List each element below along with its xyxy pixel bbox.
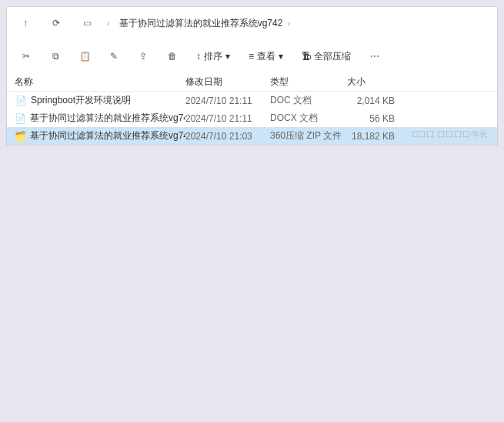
file-type: DOCX 文档 (270, 112, 347, 125)
table-row[interactable]: 📄Springboot开发环境说明2024/7/10 21:11DOC 文档2,… (7, 92, 497, 109)
col-size[interactable]: 大小 (347, 75, 497, 89)
file-size: 56 KB (347, 113, 409, 124)
file-name: 基于协同过滤算法的就业推荐系统vg742 (30, 112, 185, 125)
delete-icon[interactable]: 🗑 (161, 45, 184, 68)
file-icon: 📄 (15, 112, 26, 125)
sort-dropdown[interactable]: ↕ 排序 ▾ (190, 45, 236, 68)
file-icon: 📄 (15, 95, 27, 107)
file-date: 2024/7/10 21:03 (185, 131, 270, 142)
explorer-file-list: 📄Springboot开发环境说明2024/7/10 21:11DOC 文档2,… (7, 92, 497, 145)
explorer-navbar: ↑ ⟳ ▭ › 基于协同过滤算法的就业推荐系统vg742 › (7, 7, 497, 39)
file-name: Springboot开发环境说明 (31, 94, 131, 107)
file-type: 360压缩 ZIP 文件 (270, 129, 347, 142)
share-icon[interactable]: ⇪ (132, 45, 155, 68)
desktop-icon[interactable]: ▭ (76, 12, 98, 34)
breadcrumb-current: 基于协同过滤算法的就业推荐系统vg742 (119, 17, 283, 30)
file-size: 2,014 KB (347, 95, 409, 106)
refresh-icon[interactable]: ⟳ (45, 12, 67, 34)
chevron-icon: › (287, 18, 290, 28)
col-name[interactable]: 名称 (15, 75, 185, 89)
copy-icon[interactable]: ⧉ (44, 45, 67, 68)
more-icon[interactable]: ⋯ (363, 45, 386, 68)
cut-icon[interactable]: ✂ (15, 45, 38, 68)
view-dropdown[interactable]: ≡ 查看 ▾ (242, 45, 289, 68)
table-row[interactable]: 🗂️基于协同过滤算法的就业推荐系统vg7422024/7/10 21:03360… (7, 127, 497, 145)
paste-icon[interactable]: 📋 (73, 45, 96, 68)
file-icon: 🗂️ (15, 130, 26, 142)
explorer-toolbar: ✂ ⧉ 📋 ✎ ⇪ 🗑 ↕ 排序 ▾ ≡ 查看 ▾ 🗜 全部压缩 ⋯ (7, 39, 497, 73)
breadcrumb[interactable]: 基于协同过滤算法的就业推荐系统vg742 › (119, 17, 290, 30)
file-type: DOC 文档 (270, 94, 347, 107)
file-size: 18,182 KB (347, 131, 409, 142)
table-row[interactable]: 📄基于协同过滤算法的就业推荐系统vg7422024/7/10 21:11DOCX… (7, 109, 497, 127)
file-date: 2024/7/10 21:11 (185, 95, 270, 106)
file-name: 基于协同过滤算法的就业推荐系统vg742 (30, 129, 185, 142)
rename-icon[interactable]: ✎ (102, 45, 125, 68)
compress-all-button[interactable]: 🗜 全部压缩 (295, 45, 357, 68)
file-date: 2024/7/10 21:11 (185, 113, 270, 124)
up-icon[interactable]: ↑ (15, 12, 36, 34)
explorer-columns: 名称 修改日期 类型 大小 (7, 73, 497, 92)
col-date[interactable]: 修改日期 (185, 75, 270, 89)
chevron-icon: › (107, 18, 110, 28)
col-type[interactable]: 类型 (270, 75, 347, 89)
